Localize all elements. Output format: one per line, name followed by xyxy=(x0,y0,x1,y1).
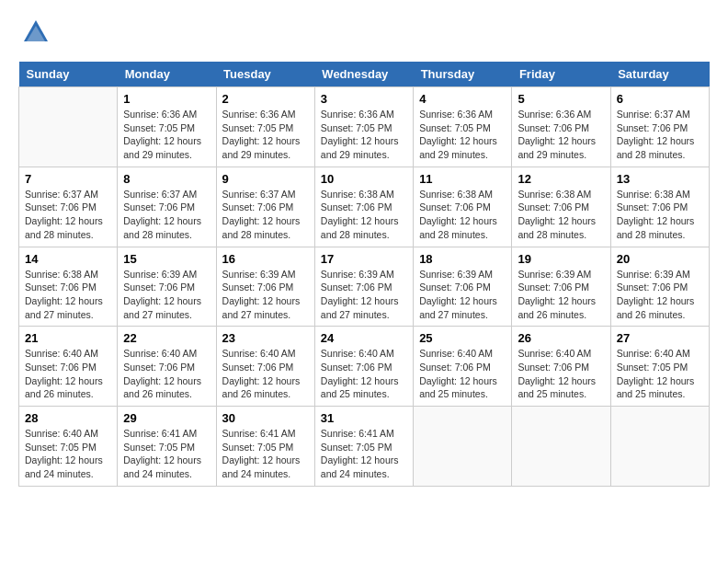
day-number: 30 xyxy=(222,411,309,425)
day-number: 5 xyxy=(518,92,604,106)
calendar-cell: 11Sunrise: 6:38 AMSunset: 7:06 PMDayligh… xyxy=(414,167,512,247)
calendar-week-3: 14Sunrise: 6:38 AMSunset: 7:06 PMDayligh… xyxy=(19,247,710,327)
day-number: 27 xyxy=(617,331,703,345)
day-info: Sunrise: 6:40 AMSunset: 7:06 PMDaylight:… xyxy=(518,347,604,401)
calendar-week-2: 7Sunrise: 6:37 AMSunset: 7:06 PMDaylight… xyxy=(19,167,710,247)
calendar-cell: 19Sunrise: 6:39 AMSunset: 7:06 PMDayligh… xyxy=(512,247,610,327)
day-info: Sunrise: 6:39 AMSunset: 7:06 PMDaylight:… xyxy=(222,268,309,322)
day-info: Sunrise: 6:40 AMSunset: 7:05 PMDaylight:… xyxy=(25,427,111,481)
header-tuesday: Tuesday xyxy=(216,62,314,87)
day-info: Sunrise: 6:40 AMSunset: 7:05 PMDaylight:… xyxy=(617,347,703,401)
day-number: 19 xyxy=(518,252,604,266)
day-info: Sunrise: 6:36 AMSunset: 7:06 PMDaylight:… xyxy=(518,108,604,162)
calendar-cell: 6Sunrise: 6:37 AMSunset: 7:06 PMDaylight… xyxy=(610,87,709,167)
calendar-cell: 9Sunrise: 6:37 AMSunset: 7:06 PMDaylight… xyxy=(216,167,314,247)
calendar-table: SundayMondayTuesdayWednesdayThursdayFrid… xyxy=(18,62,710,487)
day-info: Sunrise: 6:38 AMSunset: 7:06 PMDaylight:… xyxy=(617,188,703,242)
calendar-cell: 13Sunrise: 6:38 AMSunset: 7:06 PMDayligh… xyxy=(610,167,709,247)
header-monday: Monday xyxy=(118,62,216,87)
day-info: Sunrise: 6:39 AMSunset: 7:06 PMDaylight:… xyxy=(617,268,703,322)
day-info: Sunrise: 6:39 AMSunset: 7:06 PMDaylight:… xyxy=(321,268,407,322)
day-info: Sunrise: 6:38 AMSunset: 7:06 PMDaylight:… xyxy=(25,268,111,322)
day-number: 23 xyxy=(222,331,309,345)
day-info: Sunrise: 6:36 AMSunset: 7:05 PMDaylight:… xyxy=(419,108,506,162)
day-info: Sunrise: 6:40 AMSunset: 7:06 PMDaylight:… xyxy=(321,347,407,401)
day-number: 1 xyxy=(123,92,210,106)
calendar-cell: 26Sunrise: 6:40 AMSunset: 7:06 PMDayligh… xyxy=(512,327,610,407)
header-wednesday: Wednesday xyxy=(314,62,413,87)
calendar-cell: 28Sunrise: 6:40 AMSunset: 7:05 PMDayligh… xyxy=(19,407,118,487)
day-number: 7 xyxy=(25,172,111,186)
day-info: Sunrise: 6:39 AMSunset: 7:06 PMDaylight:… xyxy=(518,268,604,322)
day-info: Sunrise: 6:37 AMSunset: 7:06 PMDaylight:… xyxy=(123,188,210,242)
calendar-cell: 8Sunrise: 6:37 AMSunset: 7:06 PMDaylight… xyxy=(118,167,216,247)
day-info: Sunrise: 6:36 AMSunset: 7:05 PMDaylight:… xyxy=(321,108,407,162)
calendar-cell: 2Sunrise: 6:36 AMSunset: 7:05 PMDaylight… xyxy=(216,87,314,167)
day-info: Sunrise: 6:38 AMSunset: 7:06 PMDaylight:… xyxy=(321,188,407,242)
calendar-header-row: SundayMondayTuesdayWednesdayThursdayFrid… xyxy=(19,62,710,87)
calendar-cell: 3Sunrise: 6:36 AMSunset: 7:05 PMDaylight… xyxy=(314,87,413,167)
day-number: 25 xyxy=(419,331,506,345)
day-number: 24 xyxy=(321,331,407,345)
day-number: 9 xyxy=(222,172,309,186)
calendar-cell: 12Sunrise: 6:38 AMSunset: 7:06 PMDayligh… xyxy=(512,167,610,247)
calendar-cell xyxy=(610,407,709,487)
day-info: Sunrise: 6:41 AMSunset: 7:05 PMDaylight:… xyxy=(321,427,407,481)
day-number: 16 xyxy=(222,252,309,266)
calendar-cell: 31Sunrise: 6:41 AMSunset: 7:05 PMDayligh… xyxy=(314,407,413,487)
day-number: 14 xyxy=(25,252,111,266)
calendar-week-1: 1Sunrise: 6:36 AMSunset: 7:05 PMDaylight… xyxy=(19,87,710,167)
day-number: 6 xyxy=(617,92,703,106)
calendar-cell: 7Sunrise: 6:37 AMSunset: 7:06 PMDaylight… xyxy=(19,167,118,247)
day-info: Sunrise: 6:40 AMSunset: 7:06 PMDaylight:… xyxy=(25,347,111,401)
header-friday: Friday xyxy=(512,62,610,87)
day-number: 28 xyxy=(25,411,111,425)
day-info: Sunrise: 6:41 AMSunset: 7:05 PMDaylight:… xyxy=(123,427,210,481)
day-number: 12 xyxy=(518,172,604,186)
header-thursday: Thursday xyxy=(414,62,512,87)
calendar-cell: 25Sunrise: 6:40 AMSunset: 7:06 PMDayligh… xyxy=(414,327,512,407)
day-number: 20 xyxy=(617,252,703,266)
day-number: 17 xyxy=(321,252,407,266)
calendar-cell: 17Sunrise: 6:39 AMSunset: 7:06 PMDayligh… xyxy=(314,247,413,327)
day-info: Sunrise: 6:36 AMSunset: 7:05 PMDaylight:… xyxy=(123,108,210,162)
calendar-cell: 14Sunrise: 6:38 AMSunset: 7:06 PMDayligh… xyxy=(19,247,118,327)
day-number: 4 xyxy=(419,92,506,106)
day-number: 26 xyxy=(518,331,604,345)
page-header xyxy=(18,18,710,52)
day-number: 29 xyxy=(123,411,210,425)
day-number: 10 xyxy=(321,172,407,186)
day-info: Sunrise: 6:40 AMSunset: 7:06 PMDaylight:… xyxy=(419,347,506,401)
day-info: Sunrise: 6:41 AMSunset: 7:05 PMDaylight:… xyxy=(222,427,309,481)
day-info: Sunrise: 6:40 AMSunset: 7:06 PMDaylight:… xyxy=(123,347,210,401)
calendar-cell: 18Sunrise: 6:39 AMSunset: 7:06 PMDayligh… xyxy=(414,247,512,327)
calendar-cell: 30Sunrise: 6:41 AMSunset: 7:05 PMDayligh… xyxy=(216,407,314,487)
calendar-cell: 16Sunrise: 6:39 AMSunset: 7:06 PMDayligh… xyxy=(216,247,314,327)
day-number: 8 xyxy=(123,172,210,186)
calendar-cell xyxy=(414,407,512,487)
calendar-cell: 1Sunrise: 6:36 AMSunset: 7:05 PMDaylight… xyxy=(118,87,216,167)
calendar-week-4: 21Sunrise: 6:40 AMSunset: 7:06 PMDayligh… xyxy=(19,327,710,407)
day-info: Sunrise: 6:39 AMSunset: 7:06 PMDaylight:… xyxy=(123,268,210,322)
day-number: 22 xyxy=(123,331,210,345)
calendar-week-5: 28Sunrise: 6:40 AMSunset: 7:05 PMDayligh… xyxy=(19,407,710,487)
day-info: Sunrise: 6:38 AMSunset: 7:06 PMDaylight:… xyxy=(419,188,506,242)
calendar-cell xyxy=(512,407,610,487)
day-info: Sunrise: 6:40 AMSunset: 7:06 PMDaylight:… xyxy=(222,347,309,401)
calendar-cell: 24Sunrise: 6:40 AMSunset: 7:06 PMDayligh… xyxy=(314,327,413,407)
day-number: 31 xyxy=(321,411,407,425)
calendar-cell xyxy=(19,87,118,167)
calendar-cell: 15Sunrise: 6:39 AMSunset: 7:06 PMDayligh… xyxy=(118,247,216,327)
calendar-cell: 22Sunrise: 6:40 AMSunset: 7:06 PMDayligh… xyxy=(118,327,216,407)
day-info: Sunrise: 6:36 AMSunset: 7:05 PMDaylight:… xyxy=(222,108,309,162)
calendar-cell: 23Sunrise: 6:40 AMSunset: 7:06 PMDayligh… xyxy=(216,327,314,407)
calendar-cell: 29Sunrise: 6:41 AMSunset: 7:05 PMDayligh… xyxy=(118,407,216,487)
day-info: Sunrise: 6:38 AMSunset: 7:06 PMDaylight:… xyxy=(518,188,604,242)
day-number: 18 xyxy=(419,252,506,266)
calendar-cell: 10Sunrise: 6:38 AMSunset: 7:06 PMDayligh… xyxy=(314,167,413,247)
day-number: 13 xyxy=(617,172,703,186)
day-number: 3 xyxy=(321,92,407,106)
calendar-cell: 20Sunrise: 6:39 AMSunset: 7:06 PMDayligh… xyxy=(610,247,709,327)
header-sunday: Sunday xyxy=(19,62,118,87)
day-number: 15 xyxy=(123,252,210,266)
